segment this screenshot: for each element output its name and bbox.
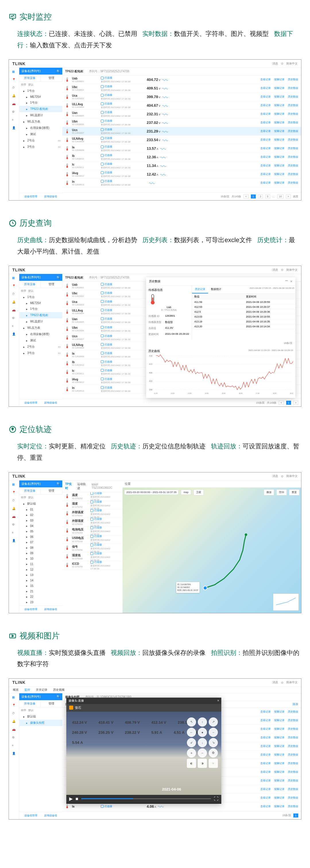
tree-item[interactable]: ▸15 bbox=[19, 583, 62, 589]
tree-item[interactable]: ▸21 bbox=[19, 589, 62, 594]
tree-item[interactable]: ▸WL压力表 bbox=[19, 325, 62, 331]
sidebar-tab-all[interactable]: 所有设备 bbox=[19, 74, 41, 82]
sensor-row[interactable]: UbcID:1263802 已连接更新时间:20210402 17:36:38 … bbox=[62, 84, 301, 93]
sidebar-nav-icon[interactable]: ▦ bbox=[12, 70, 16, 74]
tree-item[interactable]: ▸3号台60 bbox=[19, 144, 62, 150]
sidebar-nav-icon[interactable]: 👤 bbox=[12, 539, 16, 543]
sensor-action[interactable]: 历史数据 bbox=[288, 121, 298, 124]
ptz-button[interactable]: + bbox=[187, 748, 196, 757]
ptz-button[interactable]: − bbox=[198, 748, 207, 757]
tree-item[interactable]: ▸ME725# bbox=[19, 94, 62, 99]
tree-item[interactable]: ▸2号台60 bbox=[19, 344, 62, 350]
sidebar-nav-icon[interactable]: 👤 bbox=[12, 126, 16, 130]
sensor-row[interactable]: 外部湿度ID:375253 已连接更新时间:20210402 17:36:38 bbox=[62, 518, 122, 527]
sensor-row[interactable]: ULNAvgID:1263808 已连接更新时间:20210402 17:36:… bbox=[62, 136, 301, 144]
sensor-action[interactable]: 历史数据 bbox=[288, 173, 298, 176]
sidebar-search[interactable]: 设备名(序列号) 🔍 bbox=[19, 68, 62, 74]
tree-item[interactable]: ▸09 bbox=[19, 551, 62, 556]
sensor-action[interactable]: 历史数据 bbox=[288, 138, 298, 142]
sensor-row[interactable]: InID:1263813 已连接更新时间:20210402 17:36:38 查… bbox=[62, 179, 301, 187]
map-btn-map[interactable]: map bbox=[181, 490, 191, 495]
sidebar-nav-icon[interactable]: ≡ bbox=[12, 324, 16, 329]
tree-item[interactable]: ▸12 bbox=[19, 567, 62, 572]
sensor-action[interactable]: 报警记录 bbox=[274, 173, 284, 176]
ptz-button[interactable]: ↗ bbox=[209, 717, 218, 726]
tree-item[interactable]: ▸05 bbox=[19, 529, 62, 534]
ptz-button[interactable]: ↖ bbox=[187, 717, 196, 726]
ptz-button[interactable]: → bbox=[209, 728, 218, 737]
sensor-action[interactable]: 查看记录 bbox=[260, 78, 271, 82]
video-close[interactable]: × bbox=[217, 699, 219, 702]
tree-item[interactable]: ▸01 bbox=[19, 507, 62, 512]
sensor-row[interactable]: UabID:1263801 已连接更新时间:20210402 17:36:38 … bbox=[62, 75, 301, 84]
sensor-row[interactable]: IbID:1263810 已连接更新时间:20210402 17:36:38 1… bbox=[62, 153, 301, 161]
tree-item[interactable]: ▸07 bbox=[19, 539, 62, 545]
ptz-button[interactable]: ⚙ bbox=[209, 748, 218, 757]
sidebar-tab-manage[interactable]: 管理 bbox=[41, 74, 62, 82]
tree-item[interactable]: ▸3号台60 bbox=[19, 350, 62, 356]
sidebar-nav-icon[interactable]: ▦ bbox=[12, 276, 16, 280]
sensor-action[interactable]: 报警记录 bbox=[274, 138, 284, 142]
tree-item[interactable]: ▸22 bbox=[19, 594, 62, 599]
sidebar-nav-icon[interactable]: ⏱ bbox=[12, 86, 16, 90]
header-help[interactable]: ⊙ bbox=[281, 62, 283, 65]
sidebar-nav-icon[interactable]: 📍 bbox=[12, 704, 16, 708]
sidebar-nav-icon[interactable]: ⏱ bbox=[12, 712, 16, 716]
sensor-row[interactable]: ICCDID:375259 已连接更新时间:20210402 17:36:38 bbox=[62, 561, 122, 570]
tree-item[interactable]: ▸1号台 bbox=[19, 294, 62, 300]
sensor-action[interactable]: 查看记录 bbox=[260, 138, 271, 142]
sensor-row[interactable]: UanID:1263805 已连接更新时间:20210402 17:36:38 … bbox=[62, 110, 301, 119]
sensor-action[interactable]: 报警记录 bbox=[274, 78, 284, 82]
sidebar-nav-icon[interactable]: 📍 bbox=[12, 491, 16, 495]
sensor-row[interactable]: USB电压ID:375255 已连接更新时间:20210402 17:36:38 bbox=[62, 535, 122, 544]
ptz-button[interactable]: ← bbox=[187, 728, 196, 737]
tree-item[interactable]: ▸在用设备(清理) bbox=[19, 125, 62, 131]
sensor-action[interactable]: 历史数据 bbox=[288, 181, 298, 185]
tree-item[interactable]: ▸TP622-配电柜 bbox=[19, 312, 62, 318]
sensor-action[interactable]: 历史数据 bbox=[288, 95, 298, 99]
tree-item[interactable]: ▸14 bbox=[19, 578, 62, 583]
sensor-row[interactable]: UcaID:1263803 已连接更新时间:20210402 17:36:38 … bbox=[62, 93, 301, 101]
sensor-action[interactable]: 报警记录 bbox=[274, 112, 284, 116]
sensor-row[interactable]: UcnID:1263807 已连接更新时间:20210402 17:36:38 … bbox=[62, 127, 301, 136]
sensor-action[interactable]: 历史数据 bbox=[288, 86, 298, 90]
sensor-row[interactable]: 湿度ID:375252 已连接更新时间:20210402 17:36:38 bbox=[62, 501, 122, 509]
tree-item[interactable]: ▸ME725# bbox=[19, 300, 62, 306]
sensor-row[interactable]: 电池电压ID:375254 已连接更新时间:20210402 17:36:38 bbox=[62, 527, 122, 535]
tree-item[interactable]: ▸13 bbox=[19, 572, 62, 578]
tree-item[interactable]: ▸在用设备(清理) bbox=[19, 331, 62, 337]
sidebar-nav-icon[interactable]: ≡ bbox=[12, 531, 16, 535]
map-btn-reset[interactable]: 重置 bbox=[289, 489, 300, 495]
tree-item[interactable]: ▸测试 bbox=[19, 337, 62, 344]
sidebar-nav-icon[interactable]: ≡ bbox=[12, 744, 16, 748]
tree-item[interactable]: ▸06 bbox=[19, 534, 62, 539]
sidebar-nav-icon[interactable]: ▦ bbox=[12, 695, 16, 700]
ptz-button[interactable]: ↘ bbox=[209, 738, 218, 747]
sensor-action[interactable]: 历史数据 bbox=[288, 103, 298, 107]
sidebar-footer-add[interactable]: 新增设备组 bbox=[44, 195, 57, 198]
sensor-row[interactable]: IAvgID:1263812 已连接更新时间:20210402 17:36:38… bbox=[62, 170, 301, 179]
sensor-row[interactable]: 信号ID:375256 已连接更新时间:20210402 17:36:38 bbox=[62, 544, 122, 553]
sidebar-nav-icon[interactable]: 🚗 bbox=[12, 102, 16, 106]
sidebar-nav-icon[interactable]: ⏱ bbox=[12, 292, 16, 296]
sensor-row[interactable]: 外部温度ID:375252 已连接更新时间:20210402 17:36:38 bbox=[62, 509, 122, 518]
tree-item[interactable]: ▸1号台 bbox=[19, 99, 62, 106]
sensor-action[interactable]: 查看记录 bbox=[260, 86, 271, 90]
sensor-action[interactable]: 报警记录 bbox=[274, 86, 284, 90]
tree-item[interactable]: ▸TP622-配电柜 bbox=[19, 106, 62, 112]
tree-item[interactable]: ▸摄像头拍照 bbox=[19, 720, 62, 726]
sidebar-nav-icon[interactable]: 🚗 bbox=[12, 728, 16, 732]
map-btn-pause[interactable]: 暂停 bbox=[276, 489, 287, 495]
video-stop-button[interactable]: ■ bbox=[76, 796, 78, 802]
sensor-action[interactable]: 报警记录 bbox=[274, 164, 284, 167]
ptz-button[interactable]: ◐ bbox=[187, 759, 196, 768]
sensor-action[interactable]: 报警记录 bbox=[274, 121, 284, 124]
sidebar-nav-icon[interactable]: ⚙ bbox=[12, 736, 16, 740]
sidebar-footer-manage[interactable]: 设备组管理 bbox=[24, 195, 37, 198]
tree-item[interactable]: ▸10 bbox=[19, 556, 62, 561]
sensor-row[interactable]: ULLAvgID:1263804 已连接更新时间:20210402 17:36:… bbox=[62, 101, 301, 110]
sidebar-nav-icon[interactable]: ⚙ bbox=[12, 110, 16, 114]
sidebar-nav-icon[interactable]: 👤 bbox=[12, 333, 16, 337]
tree-item[interactable]: ▸默认组 bbox=[19, 713, 62, 720]
popup-close[interactable]: × bbox=[290, 279, 292, 284]
